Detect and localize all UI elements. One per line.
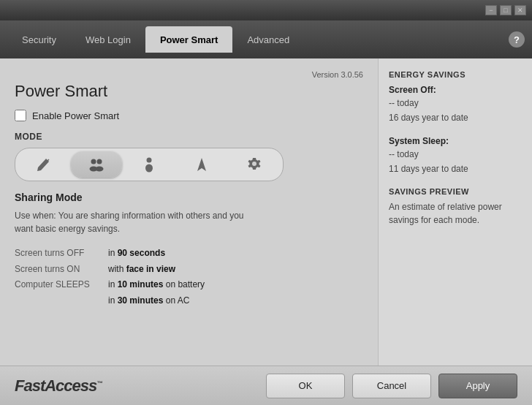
page-title: Power Smart [15,82,363,101]
detail-label-1: Screen turns ON [15,262,102,278]
minimize-button[interactable]: − [485,5,497,15]
system-sleep-ytd: 11 days year to date [389,162,522,175]
savings-preview-title: SAVINGS PREVIEW [389,187,522,196]
detail-label-2: Computer SLEEPS [15,277,102,293]
screen-off-ytd: 16 days year to date [389,111,522,124]
apply-button[interactable]: Apply [438,374,517,398]
main-container: Version 3.0.56 Power Smart Enable Power … [0,58,532,405]
bottom-buttons: OK Cancel Apply [266,374,517,398]
right-panel: ENERGY SAVINGS Screen Off: -- today 16 d… [379,58,532,405]
help-button[interactable]: ? [509,31,525,48]
svg-point-7 [252,162,256,166]
system-sleep-today: -- today [389,148,522,161]
title-bar: − □ ✕ [0,0,532,20]
mode-description: Use when: You are sharing information wi… [15,209,263,235]
svg-marker-6 [197,158,206,171]
svg-point-4 [147,158,152,163]
detail-value-2: in 10 minutes on battery [108,277,205,293]
bottom-bar: FastAccess™ OK Cancel Apply [0,366,532,405]
detail-row-2: Computer SLEEPS in 10 minutes on battery [15,277,363,293]
mode-name: Sharing Mode [15,192,363,203]
mode-btn-4[interactable] [229,151,280,178]
mode-btn-2[interactable] [123,151,175,178]
brand-trademark: ™ [96,379,102,386]
maximize-button[interactable]: □ [500,5,512,15]
enable-checkbox-row: Enable Power Smart [15,110,363,121]
svg-point-5 [145,164,153,173]
detail-label-0: Screen turns OFF [15,246,102,262]
system-sleep-label: System Sleep: [389,136,522,146]
cancel-button[interactable]: Cancel [352,374,431,398]
svg-point-0 [91,159,96,164]
left-panel: Version 3.0.56 Power Smart Enable Power … [0,58,379,405]
detail-value-0: in 90 seconds [108,246,165,262]
ok-button[interactable]: OK [266,374,345,398]
tab-advanced[interactable]: Advanced [232,26,304,53]
mode-btn-0[interactable] [18,151,69,178]
screen-off-label: Screen Off: [389,85,522,95]
screen-off-today: -- today [389,96,522,110]
mode-btn-3[interactable] [176,151,227,178]
brand-logo: FastAccess™ [15,376,102,395]
version-label: Version 3.0.56 [312,70,363,79]
svg-point-3 [96,167,104,172]
svg-point-1 [97,159,102,164]
close-button[interactable]: ✕ [514,5,526,15]
savings-preview-description: An estimate of relative power savings fo… [389,200,522,227]
detail-value-3: in 30 minutes on AC [108,293,189,309]
tab-weblogin[interactable]: Web Login [71,26,145,53]
detail-value-1: with face in view [108,262,175,278]
mode-section-label: MODE [15,132,363,142]
mode-btn-1[interactable] [71,151,122,178]
detail-row-0: Screen turns OFF in 90 seconds [15,246,363,262]
tab-security[interactable]: Security [7,26,71,53]
detail-row-1: Screen turns ON with face in view [15,262,363,278]
mode-button-group [15,148,284,181]
enable-powersmart-checkbox[interactable] [15,110,26,121]
energy-savings-title: ENERGY SAVINGS [389,70,522,79]
tab-bar: Security Web Login Power Smart Advanced … [0,20,532,58]
detail-row-3: in 30 minutes on AC [15,293,363,309]
detail-label-3 [15,293,102,309]
enable-powersmart-label: Enable Power Smart [32,110,119,121]
tab-powersmart[interactable]: Power Smart [145,26,232,53]
mode-details: Screen turns OFF in 90 seconds Screen tu… [15,246,363,309]
window-controls: − □ ✕ [485,5,526,15]
brand-name: FastAccess [15,376,96,395]
